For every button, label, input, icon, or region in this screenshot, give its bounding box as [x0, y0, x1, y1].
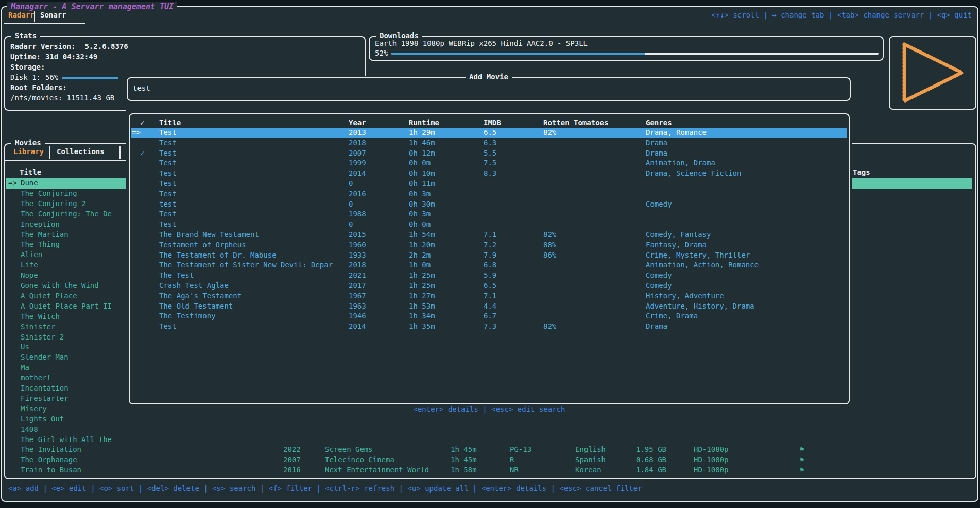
cell-imdb: 6.5 — [484, 281, 496, 290]
movie-title: The Conjuring 2 — [21, 199, 85, 208]
cell-quality: HD-1080p — [694, 455, 728, 464]
movie-title: 1408 — [21, 425, 38, 433]
cell-rotten_tomatoes: 82% — [543, 230, 556, 239]
cell-size: 0.68 GB — [636, 455, 666, 464]
result-row[interactable]: Test20160h 3m — [131, 189, 847, 199]
library-row[interactable]: The Witch — [6, 312, 127, 322]
cell-genres: Fantasy, Drama — [646, 241, 707, 249]
movie-title: A Quiet Place Part II — [21, 302, 112, 310]
result-row[interactable]: Testament of Orpheus19601h 20m7.288%Fant… — [131, 240, 847, 250]
movie-title: Nope — [21, 271, 38, 279]
results-header-imdb: IMDB — [484, 118, 501, 127]
library-row[interactable]: The Conjuring — [6, 189, 127, 199]
search-input[interactable] — [132, 83, 443, 93]
library-row[interactable]: Incantation — [6, 383, 127, 394]
movie-title: Firestarter — [21, 394, 68, 402]
result-row[interactable]: The Old Testament19631h 53m4.4Adventure,… — [131, 301, 847, 312]
library-row[interactable]: A Quiet Place — [6, 291, 127, 301]
cell-year: 2007 — [349, 149, 366, 157]
tab-sonarr[interactable]: Sonarr — [40, 11, 66, 19]
library-row[interactable]: The Girl with All the — [6, 435, 127, 445]
cell-year: 1988 — [349, 210, 366, 218]
library-row[interactable]: Misery — [6, 404, 127, 414]
cell-runtime: 1h 46m — [409, 139, 435, 147]
cell-runtime: 0h 30m — [409, 200, 435, 208]
cell-imdb: 7.3 — [484, 322, 496, 330]
movie-title: Alien — [21, 250, 42, 259]
result-row[interactable]: Test20181h 46m6.3Drama — [131, 138, 847, 148]
cell-imdb: 4.4 — [484, 302, 496, 310]
library-row[interactable]: The Conjuring 2 — [6, 199, 127, 209]
managarr-screen: Managarr - A Servarr management TUI Rada… — [0, 0, 980, 508]
library-row[interactable]: Sinister — [6, 322, 127, 332]
results-header-title: Title — [159, 118, 181, 127]
library-row[interactable]: A Quiet Place Part II — [6, 301, 127, 312]
cell-year: 1960 — [349, 241, 366, 249]
tab-collections[interactable]: Collections — [57, 147, 105, 156]
library-row[interactable]: mother! — [6, 373, 127, 383]
cell-genres: Drama — [646, 139, 667, 147]
cell-genres: Crime, Drama — [646, 312, 698, 320]
library-row[interactable]: The Invitation — [6, 445, 127, 455]
library-row[interactable]: 1408 — [6, 425, 127, 435]
cell-language: Korean — [575, 466, 601, 474]
library-row[interactable]: Nope — [6, 270, 127, 281]
library-row[interactable]: Life — [6, 260, 127, 270]
cell-genres: History, Adventure — [646, 292, 724, 300]
library-row[interactable]: Slender Man — [6, 352, 127, 363]
result-row[interactable]: Crash Test Aglae20171h 25m6.5Comedy — [131, 281, 847, 291]
library-row[interactable]: The Martian — [6, 230, 127, 240]
library-row[interactable]: Us — [6, 342, 127, 352]
result-row[interactable]: Test20140h 10m8.3Drama, Science Fiction — [131, 168, 847, 179]
cell-size: 1.95 GB — [636, 445, 666, 453]
result-row[interactable]: Test19990h 0m7.5Animation, Drama — [131, 158, 847, 168]
cell-language: English — [575, 445, 606, 453]
result-row[interactable]: The Aga's Testament19671h 27m7.1History,… — [131, 291, 847, 301]
result-row[interactable]: Test00h 11m — [131, 179, 847, 189]
cell-runtime: 1h 27m — [409, 292, 435, 300]
movie-title: The Conjuring: The De — [21, 210, 112, 218]
result-row[interactable]: =>Test20131h 29m6.582%Drama, Romance — [131, 128, 847, 138]
selection-arrow: => — [8, 179, 17, 187]
cell-imdb: 7.5 — [484, 159, 496, 167]
cell-genres: Animation, Drama — [646, 159, 715, 167]
result-row[interactable]: The Test20211h 25m5.9Comedy — [131, 270, 847, 281]
result-row[interactable]: Test19880h 3m — [131, 209, 847, 219]
result-row[interactable]: The Testament of Dr. Mabuse19332h 2m7.98… — [131, 250, 847, 261]
result-row[interactable]: The Testimony19461h 34m6.7Crime, Drama — [131, 311, 847, 321]
library-row[interactable]: Alien — [6, 250, 127, 260]
result-row[interactable]: Test00h 0m — [131, 219, 847, 230]
library-row[interactable]: The Conjuring: The De — [6, 209, 127, 219]
library-row[interactable]: Train to Busan — [6, 465, 127, 476]
movies-panel-title: Movies — [11, 139, 45, 147]
library-row[interactable]: The Orphanage — [6, 455, 127, 465]
cell-runtime: 0h 3m — [409, 190, 431, 198]
library-row[interactable]: =>Dune — [6, 178, 127, 189]
cell-year: 2018 — [349, 139, 366, 147]
result-row[interactable]: The Brand New Testament20151h 54m7.182%C… — [131, 230, 847, 240]
library-row[interactable]: Sinister 2 — [6, 332, 127, 343]
movie-title: The Conjuring — [21, 189, 77, 197]
tab-library[interactable]: Library — [13, 147, 44, 156]
library-row[interactable]: The Thing — [6, 240, 127, 250]
result-row[interactable]: The Testament of Sister New Devil: Depar… — [131, 260, 847, 270]
cell-title: Test — [159, 149, 177, 157]
bottom-help-keybindings: <a> add | <e> edit | <o> sort | <del> de… — [8, 484, 642, 493]
library-row[interactable]: Gone with the Wind — [6, 281, 127, 291]
download-percent: 52% — [375, 49, 388, 57]
cell-title: The Testimony — [159, 312, 216, 320]
storage-label: Storage: — [10, 63, 45, 71]
library-row[interactable]: Firestarter — [6, 394, 127, 404]
tab-radarr[interactable]: Radarr — [8, 11, 35, 19]
cell-year: 1967 — [349, 292, 366, 300]
library-row[interactable]: Inception — [6, 219, 127, 230]
cell-year: 0 — [349, 220, 353, 228]
cell-studio: Screen Gems — [325, 445, 373, 453]
result-row[interactable]: Test20141h 35m7.382%Drama — [131, 321, 847, 332]
library-row[interactable]: Lights Out — [6, 414, 127, 425]
cell-genres: Drama — [646, 149, 667, 157]
cell-genres: Comedy — [646, 271, 672, 279]
result-row[interactable]: ✓Test20070h 12m5.5Drama — [131, 148, 847, 159]
result-row[interactable]: test00h 30mComedy — [131, 199, 847, 210]
library-row[interactable]: Ma — [6, 363, 127, 373]
